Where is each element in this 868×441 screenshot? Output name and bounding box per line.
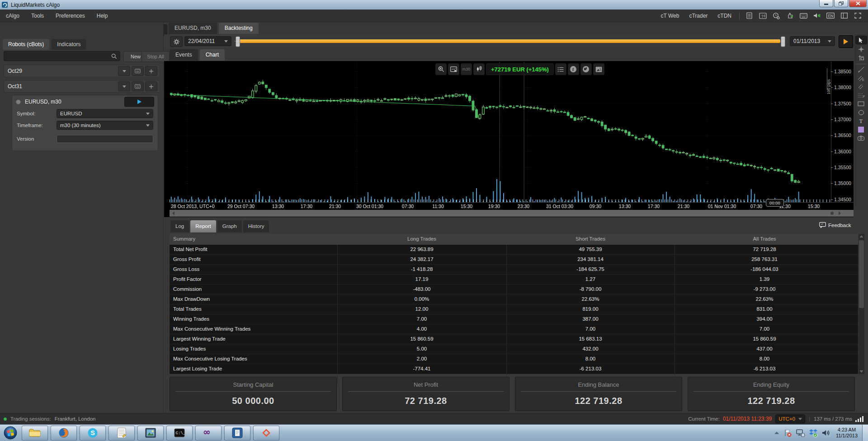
approve-icon[interactable] [783, 11, 797, 21]
keyboard-icon[interactable] [797, 11, 810, 21]
network-icon[interactable] [796, 429, 805, 437]
snapshot-icon[interactable] [593, 63, 604, 75]
drawing-toolbar: E F T [854, 34, 868, 209]
price-axis[interactable]: 1.385001.380001.375001.370001.365001.360… [831, 62, 854, 202]
fullscreen-icon[interactable] [851, 11, 864, 21]
dropbox-icon[interactable] [809, 429, 818, 437]
taskbar-blue-document-app[interactable] [224, 426, 250, 441]
stop-all-button[interactable]: Stop All [142, 51, 170, 62]
time-axis-label: 30 Oct 01:30 [356, 204, 383, 209]
action-center-flag-icon[interactable] [783, 429, 792, 437]
taskbar-explorer[interactable] [22, 426, 48, 441]
version-input[interactable] [57, 135, 153, 143]
end-date-select[interactable]: 01/11/2013 [790, 36, 835, 46]
fibonacci-tool-icon[interactable]: F [856, 91, 867, 99]
play-backtest-button[interactable] [839, 35, 853, 48]
restore-button[interactable] [834, 0, 848, 7]
tab-backtesting[interactable]: Backtesting [219, 23, 259, 34]
volume-icon[interactable] [822, 429, 830, 436]
chevron-down-icon[interactable] [118, 81, 130, 91]
menu-calgo[interactable]: cAlgo [0, 9, 25, 22]
add-instance-icon[interactable] [145, 66, 157, 76]
tab-robots[interactable]: Robots (cBots) [3, 39, 49, 50]
show-desktop-button[interactable] [862, 425, 868, 441]
chevron-down-icon[interactable] [118, 66, 130, 76]
taskbar-skype[interactable]: S [80, 426, 106, 441]
menu-help[interactable]: Help [91, 9, 114, 22]
twitter-share-icon[interactable] [580, 63, 592, 75]
alerts-icon[interactable] [769, 11, 783, 21]
snapshot-camera-icon[interactable] [856, 134, 867, 142]
taskbar-image-viewer[interactable] [137, 426, 164, 441]
taskbar-command-prompt[interactable]: C:\_ [166, 426, 193, 441]
parameters-icon[interactable] [132, 81, 144, 91]
robot-row-oct31[interactable]: Oct31 [4, 80, 160, 93]
measure-tool-icon[interactable] [856, 54, 867, 62]
menu-preferences[interactable]: Preferences [50, 9, 91, 22]
chart-plot[interactable]: m30 +72719 EUR (+145%) f 100 pips [170, 62, 831, 202]
zoom-in-icon[interactable] [435, 63, 447, 75]
symbol-select[interactable]: EURUSD [57, 109, 153, 118]
parallel-lines-tool-icon[interactable] [856, 83, 867, 90]
tab-eurusd-m30[interactable]: EURUSD, m30 [169, 23, 217, 34]
chart-scrollbar[interactable] [170, 210, 854, 217]
close-button[interactable] [849, 0, 867, 7]
minimize-button[interactable] [819, 0, 833, 7]
tab-indicators[interactable]: Indicators [52, 39, 86, 50]
menu-tools[interactable]: Tools [25, 9, 50, 22]
chart-settings-icon[interactable] [448, 63, 459, 75]
tray-expand-icon[interactable] [774, 431, 779, 435]
crosshair-tool-icon[interactable] [856, 45, 867, 53]
workspace-icon[interactable] [837, 11, 851, 21]
cursor-tool-icon[interactable] [855, 36, 867, 44]
tab-log[interactable]: Log [170, 220, 189, 232]
tab-events[interactable]: Events [170, 49, 198, 61]
date-range-fill[interactable] [240, 39, 780, 43]
timeframe-select[interactable]: m30 (30 minutes) [57, 121, 153, 130]
equidistant-channel-tool-icon[interactable]: E [856, 74, 867, 82]
robot-row-oct29[interactable]: Oct29 [4, 65, 160, 77]
language-icon[interactable]: EN [824, 11, 837, 21]
start-button[interactable] [4, 426, 17, 440]
add-instance-icon[interactable] [145, 81, 157, 91]
ellipse-tool-icon[interactable] [856, 109, 867, 116]
tab-history[interactable]: History [243, 220, 269, 232]
parameters-icon[interactable] [132, 66, 144, 76]
journal-icon[interactable] [742, 11, 756, 21]
ctdn-link[interactable]: cTDN [712, 13, 736, 19]
taskbar-clock[interactable]: 4:23 AM 11/1/2013 [836, 427, 858, 439]
taskbar-visual-studio[interactable]: ∞ [195, 426, 222, 441]
feedback-button[interactable]: Feedback [819, 222, 851, 228]
start-backtest-button[interactable] [124, 97, 154, 107]
report-row: Largest Losing Trade-774.41-6 213.03-6 2… [170, 364, 858, 374]
help-icon[interactable]: ? [756, 11, 769, 21]
ct-web-link[interactable]: cT Web [656, 13, 684, 19]
taskbar-journal[interactable] [108, 426, 135, 441]
tab-graph[interactable]: Graph [217, 220, 242, 232]
taskbar-firefox[interactable] [51, 426, 77, 441]
deals-list-icon[interactable] [555, 63, 566, 75]
chart-style-icon[interactable] [473, 63, 485, 75]
tab-chart[interactable]: Chart [200, 49, 225, 61]
range-start-handle[interactable] [236, 36, 240, 47]
search-input[interactable] [4, 51, 120, 61]
ctrader-link[interactable]: cTrader [684, 13, 712, 19]
report-scrollbar[interactable] [859, 234, 864, 374]
facebook-share-icon[interactable]: f [568, 63, 579, 75]
scroll-dot-icon[interactable] [830, 212, 834, 215]
scrollbar-thumb[interactable] [859, 240, 864, 308]
sound-icon[interactable] [810, 11, 824, 21]
trend-line-tool-icon[interactable] [856, 66, 867, 73]
range-end-handle[interactable] [781, 36, 785, 47]
text-tool-icon[interactable]: T [856, 117, 867, 125]
time-axis[interactable]: 28 Oct 2013, UTC+029 Oct 07:3013:3017:30… [170, 202, 854, 209]
start-date-select[interactable]: 22/04/2011 [184, 36, 231, 46]
timeframe-badge[interactable]: m30 [461, 63, 472, 75]
color-swatch-icon[interactable] [856, 126, 867, 133]
timezone-select[interactable]: UTC+0 [775, 414, 805, 423]
rectangle-tool-icon[interactable] [856, 100, 867, 108]
backtest-settings-button[interactable] [170, 36, 183, 47]
taskbar-diamond-app[interactable] [253, 426, 279, 441]
metric-value: 1.39 [675, 276, 854, 282]
tab-report[interactable]: Report [190, 220, 216, 232]
